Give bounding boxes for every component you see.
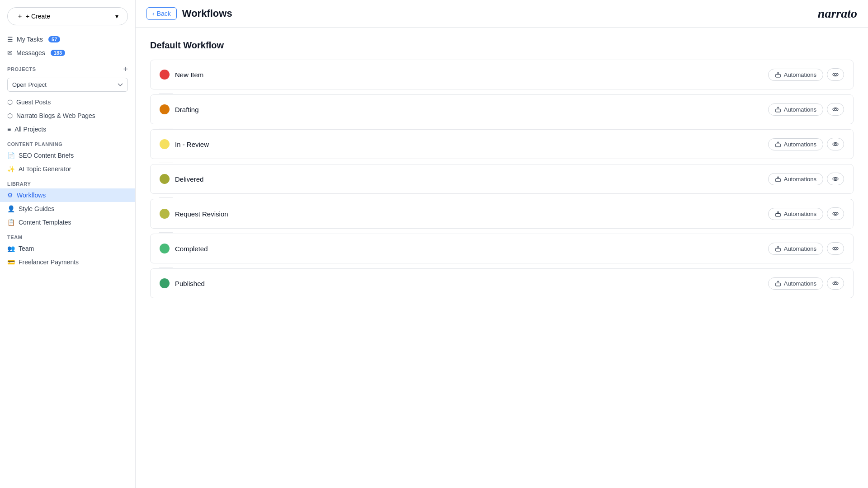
sidebar-label: All Projects: [14, 126, 46, 133]
svg-point-15: [835, 178, 836, 180]
sidebar-item-ai-topic[interactable]: ✨ AI Topic Generator: [0, 162, 135, 176]
workflows-label: Workflows: [17, 192, 46, 199]
workflow-item-delivered: Delivered Automations: [150, 164, 854, 194]
svg-point-27: [835, 282, 836, 284]
back-button[interactable]: ‹ Back: [146, 7, 177, 20]
eye-button-drafting[interactable]: [827, 103, 844, 116]
workflow-right: Automations: [768, 277, 844, 290]
status-dot-in-review: [160, 139, 170, 149]
divider-line: [159, 232, 173, 233]
sidebar-label: Freelancer Payments: [19, 258, 79, 266]
svg-point-3: [835, 74, 836, 75]
automations-label: Automations: [784, 176, 816, 183]
page-title: Workflows: [182, 8, 232, 19]
sidebar-item-content-templates[interactable]: 📋 Content Templates: [0, 216, 135, 229]
automations-button-in-review[interactable]: Automations: [768, 138, 823, 150]
cube-icon: ⬡: [7, 99, 13, 106]
svg-rect-24: [775, 283, 780, 286]
divider-line: [159, 163, 173, 163]
sidebar-label: Style Guides: [19, 205, 54, 212]
divider-line: [159, 197, 173, 198]
topbar-left: ‹ Back Workflows: [146, 7, 232, 20]
robot-icon: [775, 71, 781, 78]
eye-button-new-item[interactable]: [827, 68, 844, 81]
tasks-icon: ☰: [7, 36, 13, 43]
my-tasks-badge: 57: [48, 36, 60, 42]
automations-label: Automations: [784, 211, 816, 217]
gear-icon: ⚙: [7, 192, 13, 199]
narrato-logo: narrato: [818, 6, 857, 21]
eye-icon: [832, 210, 839, 217]
status-dot-published: [160, 278, 170, 288]
robot-icon: [775, 280, 781, 286]
back-arrow-icon: ‹: [152, 10, 155, 17]
workflow-left: Delivered: [160, 174, 203, 184]
content-planning-section-header: CONTENT PLANNING: [0, 136, 135, 149]
plus-icon: ＋: [17, 12, 23, 20]
workflow-right: Automations: [768, 173, 844, 185]
status-dot-new-item: [160, 70, 170, 80]
workflow-name-completed: Completed: [175, 245, 208, 253]
eye-button-in-review[interactable]: [827, 138, 844, 150]
automations-label: Automations: [784, 106, 816, 113]
eye-icon: [832, 141, 839, 148]
messages-icon: ✉: [7, 49, 13, 56]
eye-button-completed[interactable]: [827, 242, 844, 255]
workflow-item-new-item: New Item Automations: [150, 60, 854, 89]
workflow-name-delivered: Delivered: [175, 175, 203, 183]
svg-point-23: [835, 248, 836, 249]
status-dot-delivered: [160, 174, 170, 184]
sidebar-item-guest-posts[interactable]: ⬡ Guest Posts: [0, 95, 135, 109]
automations-button-delivered[interactable]: Automations: [768, 173, 823, 185]
messages-label: Messages: [16, 49, 45, 56]
sidebar-item-my-tasks[interactable]: ☰ My Tasks 57: [0, 33, 135, 46]
add-project-button[interactable]: +: [123, 65, 128, 73]
sidebar-item-narrato-blogs[interactable]: ⬡ Narrato Blogs & Web Pages: [0, 109, 135, 122]
divider-line: [159, 267, 173, 267]
sidebar-item-team[interactable]: 👥 Team: [0, 242, 135, 255]
sidebar-label: AI Topic Generator: [19, 165, 71, 173]
workflow-name-drafting: Drafting: [175, 106, 199, 113]
my-tasks-label: My Tasks: [17, 36, 43, 43]
svg-point-19: [835, 213, 836, 215]
sidebar-item-freelancer-payments[interactable]: 💳 Freelancer Payments: [0, 255, 135, 269]
sidebar-label: Guest Posts: [16, 99, 51, 106]
chevron-down-icon: ▾: [115, 13, 118, 20]
template-icon: 📋: [7, 219, 15, 226]
workflow-item-drafting: Drafting Automations: [150, 94, 854, 124]
eye-icon: [832, 175, 839, 183]
sidebar-item-seo-briefs[interactable]: 📄 SEO Content Briefs: [0, 149, 135, 162]
automations-button-completed[interactable]: Automations: [768, 243, 823, 255]
divider-line: [159, 93, 173, 94]
robot-icon: [775, 211, 781, 217]
eye-button-published[interactable]: [827, 277, 844, 290]
eye-button-delivered[interactable]: [827, 173, 844, 185]
workflow-list: New Item Automations Drafting: [150, 60, 854, 298]
automations-button-drafting[interactable]: Automations: [768, 103, 823, 116]
payment-icon: 💳: [7, 258, 15, 266]
automations-label: Automations: [784, 280, 816, 287]
sidebar-item-all-projects[interactable]: ≡ All Projects: [0, 122, 135, 136]
main-content: ‹ Back Workflows narrato Default Workflo…: [136, 0, 868, 488]
status-dot-completed: [160, 244, 170, 253]
eye-icon: [832, 245, 839, 252]
workflow-right: Automations: [768, 138, 844, 150]
workflow-right: Automations: [768, 242, 844, 255]
sidebar-item-style-guides[interactable]: 👤 Style Guides: [0, 202, 135, 216]
workflow-left: In - Review: [160, 139, 209, 149]
eye-button-request-revision[interactable]: [827, 207, 844, 220]
automations-button-new-item[interactable]: Automations: [768, 69, 823, 81]
workflow-name-published: Published: [175, 280, 205, 287]
automations-button-request-revision[interactable]: Automations: [768, 208, 823, 220]
status-dot-request-revision: [160, 209, 170, 219]
create-button[interactable]: ＋ + Create ▾: [7, 7, 128, 25]
sidebar-item-workflows[interactable]: ⚙ Workflows: [0, 188, 135, 202]
sidebar-label: Narrato Blogs & Web Pages: [16, 112, 95, 119]
open-project-select[interactable]: Open Project: [7, 78, 128, 92]
default-workflow-title: Default Workflow: [150, 40, 854, 51]
team-icon: 👥: [7, 245, 15, 252]
status-dot-drafting: [160, 104, 170, 114]
automations-button-published[interactable]: Automations: [768, 277, 823, 290]
svg-point-7: [835, 108, 836, 110]
sidebar-item-messages[interactable]: ✉ Messages 183: [0, 46, 135, 60]
